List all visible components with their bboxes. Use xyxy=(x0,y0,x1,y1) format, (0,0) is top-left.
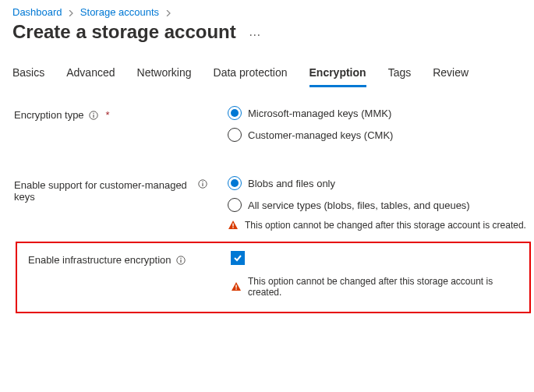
chevron-right-icon xyxy=(165,6,172,18)
radio-cmk[interactable] xyxy=(228,128,242,142)
svg-rect-1 xyxy=(93,115,94,118)
encryption-type-label: Encryption type xyxy=(14,109,84,121)
chevron-right-icon xyxy=(68,6,74,18)
svg-rect-4 xyxy=(202,183,203,186)
radio-blobs-files-label: Blobs and files only xyxy=(248,178,335,189)
info-icon[interactable] xyxy=(176,256,186,265)
svg-rect-9 xyxy=(180,260,181,263)
tab-review[interactable]: Review xyxy=(433,62,469,87)
tab-tags[interactable]: Tags xyxy=(388,62,412,87)
warning-icon xyxy=(231,281,242,292)
info-icon[interactable] xyxy=(89,111,98,120)
radio-blobs-files[interactable] xyxy=(228,176,242,190)
radio-mmk-label: Microsoft-managed keys (MMK) xyxy=(248,108,391,119)
cmk-warning-text: This option cannot be changed after this… xyxy=(245,220,526,231)
radio-all-services-label: All service types (blobs, files, tables,… xyxy=(248,200,470,211)
breadcrumb: Dashboard Storage accounts xyxy=(0,6,534,21)
svg-rect-6 xyxy=(232,224,233,227)
breadcrumb-link-storage-accounts[interactable]: Storage accounts xyxy=(80,6,159,18)
svg-rect-2 xyxy=(93,112,94,113)
svg-rect-10 xyxy=(180,257,181,258)
highlighted-section: Enable infrastructure encryption This op… xyxy=(16,242,531,313)
svg-rect-5 xyxy=(202,182,203,182)
tab-data-protection[interactable]: Data protection xyxy=(214,62,288,87)
tabs: Basics Advanced Networking Data protecti… xyxy=(0,43,534,87)
tab-networking[interactable]: Networking xyxy=(137,62,192,87)
radio-mmk[interactable] xyxy=(228,106,242,120)
tab-basics[interactable]: Basics xyxy=(12,62,44,87)
tab-advanced[interactable]: Advanced xyxy=(66,62,115,87)
cmk-support-label: Enable support for customer-managed keys xyxy=(14,179,193,203)
radio-cmk-label: Customer-managed keys (CMK) xyxy=(248,129,393,141)
infra-encryption-label: Enable infrastructure encryption xyxy=(28,254,172,266)
infra-encryption-checkbox[interactable] xyxy=(231,251,245,265)
radio-all-services[interactable] xyxy=(228,198,242,212)
svg-rect-12 xyxy=(235,288,236,289)
more-actions-button[interactable]: … xyxy=(249,25,262,39)
page-title: Create a storage account xyxy=(12,21,236,43)
breadcrumb-link-dashboard[interactable]: Dashboard xyxy=(12,6,62,18)
info-icon[interactable] xyxy=(198,179,207,189)
svg-rect-7 xyxy=(232,227,233,228)
infra-warning-text: This option cannot be changed after this… xyxy=(248,276,526,298)
warning-icon xyxy=(228,220,239,231)
tab-encryption[interactable]: Encryption xyxy=(309,62,366,87)
svg-rect-11 xyxy=(235,285,236,288)
required-mark: * xyxy=(106,109,110,121)
